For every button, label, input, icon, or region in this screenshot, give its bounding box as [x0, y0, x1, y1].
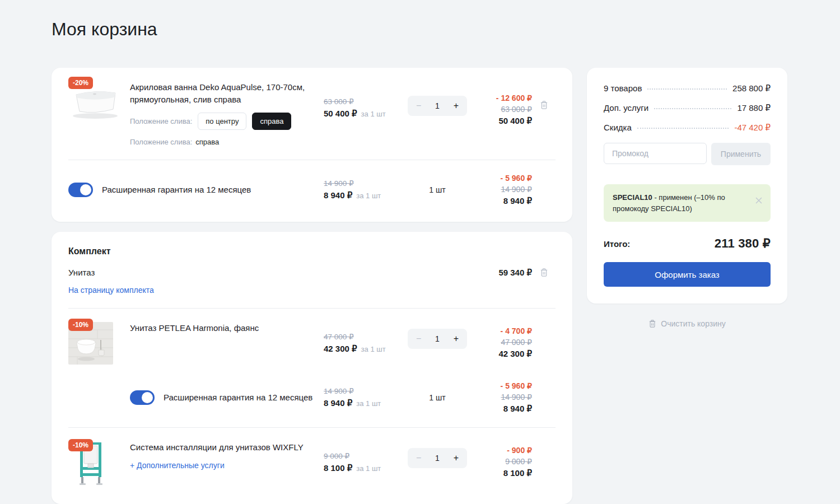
close-promo-notice-button[interactable]: [755, 197, 763, 207]
total-price: 8 940 ₽: [503, 196, 532, 206]
remove-bundle-button[interactable]: [532, 268, 556, 277]
unit-price: 8 940 ₽: [324, 190, 352, 200]
bundle-summary-row: Унитаз 59 340 ₽: [68, 268, 556, 278]
warranty-label: Расширенная гарантия на 12 месяцев: [164, 393, 312, 402]
price-cell-bath-warranty: 14 900 ₽ 8 940 ₽за 1 шт: [324, 179, 392, 200]
quantity-stepper-install[interactable]: − 1 +: [408, 448, 467, 468]
plus-button[interactable]: +: [454, 334, 459, 344]
old-price: 63 000 ₽: [324, 97, 392, 106]
minus-button[interactable]: −: [416, 453, 421, 463]
discount-badge: -10%: [68, 319, 93, 331]
trash-icon: [540, 268, 548, 277]
close-icon: [755, 197, 763, 204]
total-cell-toilet: - 4 700 ₽ 47 000 ₽ 42 300 ₽: [483, 326, 532, 359]
total-price: 8 940 ₽: [503, 404, 532, 414]
product-info-toilet: Унитаз PETLEA Harmonia, фаянс: [130, 322, 324, 334]
page-title: Моя корзина: [52, 19, 788, 40]
quantity-value: 1: [435, 454, 440, 463]
summary-card: 9 товаров 258 800 ₽ Доп. услуги 17 880 ₽…: [587, 68, 787, 304]
product-card-bath: -20% Акриловая ванна Deko AquaPulse, 170…: [52, 68, 572, 222]
total-cell-install: - 900 ₽ 9 000 ₽ 8 100 ₽: [483, 446, 532, 478]
bundle-page-link[interactable]: На страницу комплекта: [68, 286, 154, 295]
discount-badge: -10%: [68, 439, 93, 451]
total-cell-bath: - 12 600 ₽ 63 000 ₽ 50 400 ₽: [483, 94, 532, 126]
quantity-stepper-toilet[interactable]: − 1 +: [408, 329, 467, 349]
minus-button[interactable]: −: [416, 334, 421, 344]
quantity-value: 1: [435, 101, 440, 110]
cart-page: Моя корзина -20% Акрилов: [0, 0, 840, 504]
price-cell-toilet: 47 000 ₽ 42 300 ₽за 1 шт: [324, 332, 392, 354]
divider: [68, 427, 556, 428]
per-unit-label: за 1 шт: [356, 192, 381, 200]
product-row-bath: -20% Акриловая ванна Deko AquaPulse, 170…: [68, 81, 556, 146]
drain-value-row: Положение слива:справа: [130, 138, 324, 146]
discount-amount: - 900 ₽: [507, 446, 532, 455]
summary-label: 9 товаров: [604, 83, 642, 93]
old-price: 47 000 ₽: [324, 332, 392, 341]
checkout-button[interactable]: Оформить заказ: [604, 262, 771, 287]
discount-amount: - 12 600 ₽: [496, 94, 532, 102]
remove-item-button[interactable]: [532, 100, 556, 110]
discount-amount: - 4 700 ₽: [501, 326, 532, 335]
order-summary-sidebar: 9 товаров 258 800 ₽ Доп. услуги 17 880 ₽…: [587, 68, 787, 328]
old-price: 14 900 ₽: [324, 179, 392, 188]
warranty-row-toilet: Расширенная гарантия на 12 месяцев 14 90…: [68, 381, 556, 414]
minus-button[interactable]: −: [416, 101, 421, 111]
product-row-install: -10%: [68, 441, 556, 488]
plus-button[interactable]: +: [454, 453, 459, 463]
apply-promo-button[interactable]: Применить: [711, 143, 771, 165]
total-old-price: 14 900 ₽: [501, 185, 532, 194]
warranty-toggle[interactable]: [68, 183, 93, 197]
per-unit-label: за 1 шт: [356, 399, 381, 408]
additional-services-link[interactable]: + Дополнительные услуги: [130, 461, 225, 470]
total-old-price: 9 000 ₽: [505, 457, 532, 466]
total-cell-toilet-warranty: - 5 960 ₽ 14 900 ₽ 8 940 ₽: [483, 381, 532, 414]
promo-code-input[interactable]: [604, 143, 707, 164]
total-old-price: 14 900 ₽: [501, 393, 532, 402]
warranty-qty: 1 шт: [392, 185, 483, 194]
trash-icon: [648, 319, 656, 328]
total-price: 50 400 ₽: [498, 116, 532, 126]
clear-cart-button[interactable]: Очистить корзину: [587, 319, 787, 328]
warranty-toggle[interactable]: [130, 390, 155, 405]
bundle-heading: Комплект: [68, 246, 556, 256]
product-image-toilet: -10%: [68, 322, 130, 367]
summary-row-items: 9 товаров 258 800 ₽: [604, 83, 771, 94]
promo-row: Применить: [604, 143, 771, 165]
discount-badge: -20%: [68, 77, 93, 89]
total-cell-bath-warranty: - 5 960 ₽ 14 900 ₽ 8 940 ₽: [483, 174, 532, 206]
old-price: 14 900 ₽: [324, 386, 392, 395]
total-old-price: 47 000 ₽: [501, 338, 532, 347]
quantity-stepper-bath[interactable]: − 1 +: [408, 96, 467, 116]
warranty-qty: 1 шт: [392, 393, 483, 402]
summary-label: Доп. услуги: [604, 103, 648, 113]
warranty-label: Расширенная гарантия на 12 месяцев: [102, 185, 251, 194]
price-cell-bath: 63 000 ₽ 50 400 ₽за 1 шт: [324, 97, 392, 119]
promo-code-text: SPECIAL10: [613, 193, 652, 202]
clear-cart-label: Очистить корзину: [661, 319, 726, 328]
discount-amount: - 5 960 ₽: [501, 381, 532, 390]
product-row-toilet: -10%: [68, 322, 556, 367]
warranty-row-bath: Расширенная гарантия на 12 месяцев 14 90…: [68, 174, 556, 206]
summary-discount-value: -47 420 ₽: [734, 123, 771, 133]
total-price: 42 300 ₽: [498, 349, 532, 359]
grand-total-value: 211 380 ₽: [715, 236, 771, 251]
dotted-leader: [654, 108, 731, 109]
summary-row-services: Доп. услуги 17 880 ₽: [604, 103, 771, 113]
product-image-bath: -20%: [68, 81, 130, 124]
cart-items-column: -20% Акриловая ванна Deko AquaPulse, 170…: [52, 68, 572, 504]
drain-value: справа: [195, 138, 219, 146]
grand-total-row: Итого: 211 380 ₽: [604, 236, 771, 251]
price-cell-install: 9 000 ₽ 8 100 ₽за 1 шт: [324, 451, 392, 473]
product-image-install: -10%: [68, 441, 130, 488]
drain-option-center[interactable]: по центру: [198, 113, 246, 130]
divider: [68, 160, 556, 160]
old-price: 9 000 ₽: [324, 451, 392, 460]
drain-option-right[interactable]: справа: [252, 113, 291, 130]
unit-price: 8 940 ₽: [324, 398, 352, 408]
divider: [68, 308, 556, 309]
unit-price: 50 400 ₽: [324, 109, 357, 118]
total-old-price: 63 000 ₽: [501, 105, 532, 114]
total-price: 8 100 ₽: [503, 468, 532, 478]
plus-button[interactable]: +: [454, 101, 459, 111]
